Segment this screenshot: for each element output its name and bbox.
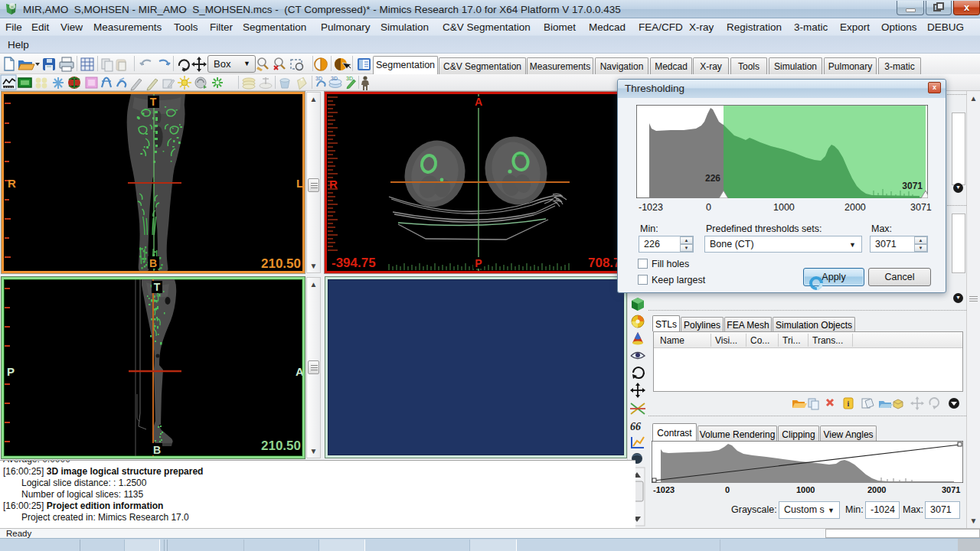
svg-text:R: R xyxy=(329,178,338,191)
svg-text:210.50: 210.50 xyxy=(261,439,301,453)
svg-text:R: R xyxy=(8,177,16,190)
svg-text:A: A xyxy=(475,96,482,108)
svg-text:T: T xyxy=(154,281,161,293)
svg-text:3D: 3D xyxy=(331,76,338,81)
svg-text:3D: 3D xyxy=(346,76,353,81)
svg-text:3D: 3D xyxy=(315,76,322,81)
svg-text:-394.75: -394.75 xyxy=(332,256,376,270)
svg-text:66: 66 xyxy=(630,421,641,432)
svg-text:T: T xyxy=(150,96,157,108)
svg-text:n: n xyxy=(11,5,13,9)
svg-text:B: B xyxy=(149,257,157,269)
svg-text:B: B xyxy=(153,444,161,456)
svg-text:3071: 3071 xyxy=(902,181,923,191)
svg-text:A: A xyxy=(296,365,302,378)
svg-text:210.50: 210.50 xyxy=(261,256,301,271)
svg-text:L: L xyxy=(296,177,302,190)
svg-text:P: P xyxy=(7,365,15,378)
svg-text:P: P xyxy=(475,257,482,269)
svg-text:i: i xyxy=(848,399,850,408)
svg-text:226: 226 xyxy=(705,173,720,184)
